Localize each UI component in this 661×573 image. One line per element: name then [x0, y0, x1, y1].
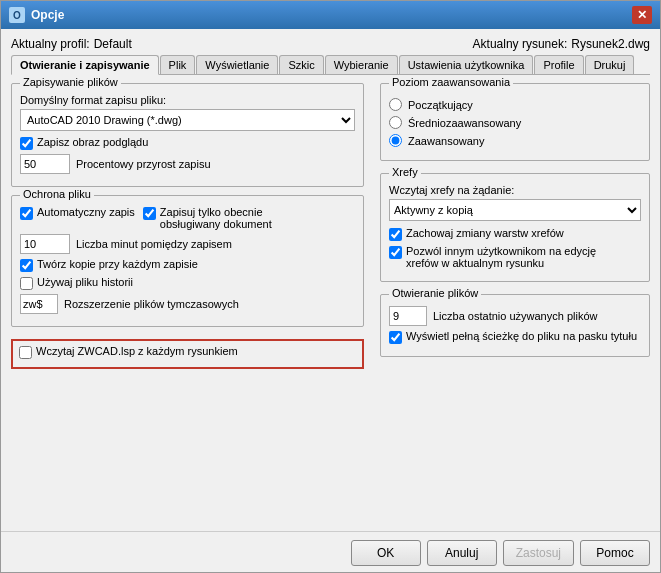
- checkbox-historia[interactable]: [20, 277, 33, 290]
- checkbox-podglad-row: Zapisz obraz podglądu: [20, 136, 355, 150]
- left-panel: Zapisywanie plików Domyślny format zapis…: [11, 83, 364, 523]
- zachowaj-label: Zachowaj zmiany warstw xrefów: [406, 227, 564, 239]
- srednio-label: Średniozaawansowany: [408, 117, 521, 129]
- checkbox-pozwol[interactable]: [389, 246, 402, 259]
- wczytaj-label: Wczytaj ZWCAD.lsp z każdym rysunkiem: [36, 345, 238, 357]
- aktualny-profil-value: Default: [94, 37, 132, 51]
- checkbox-auto-zapis[interactable]: [20, 207, 33, 220]
- profile-bar-right: Aktualny rysunek: Rysunek2.dwg: [473, 37, 650, 51]
- profile-bar: Aktualny profil: Default Aktualny rysune…: [11, 37, 650, 51]
- window-title: Opcje: [31, 8, 632, 22]
- anuluj-button[interactable]: Anuluj: [427, 540, 497, 566]
- zastosuj-button[interactable]: Zastosuj: [503, 540, 574, 566]
- minuty-input[interactable]: [20, 234, 70, 254]
- checkbox-podglad[interactable]: [20, 137, 33, 150]
- zapisywanie-title: Zapisywanie plików: [20, 76, 121, 88]
- close-button[interactable]: ✕: [632, 6, 652, 24]
- wyswietl-row: Wyświetl pełną ścieżkę do pliku na pasku…: [389, 330, 641, 344]
- tab-ustawienia[interactable]: Ustawienia użytkownika: [399, 55, 534, 74]
- titlebar: O Opcje ✕: [1, 1, 660, 29]
- zw-label: Rozszerzenie plików tymczasowych: [64, 298, 239, 310]
- ochrona-title: Ochrona pliku: [20, 188, 94, 200]
- kopie-row: Twórz kopie przy każdym zapisie: [20, 258, 355, 272]
- radio-zaawansowany-row: Zaawansowany: [389, 134, 641, 147]
- poziom-title: Poziom zaawansowania: [389, 76, 513, 88]
- zachowaj-row: Zachowaj zmiany warstw xrefów: [389, 227, 641, 241]
- auto-zapis-label: Automatyczny zapis: [37, 206, 135, 218]
- dialog-content: Aktualny profil: Default Aktualny rysune…: [1, 29, 660, 531]
- zaawansowany-label: Zaawansowany: [408, 135, 484, 147]
- window-icon: O: [9, 7, 25, 23]
- xref-dropdown-row: Aktywny z kopią: [389, 199, 641, 221]
- wyswietl-label: Wyświetl pełną ścieżkę do pliku na pasku…: [406, 330, 637, 342]
- wczytaj-xrefy-label: Wczytaj xrefy na żądanie:: [389, 184, 641, 196]
- pozwol-row: Pozwól innym użytkownikom na edycję xref…: [389, 245, 641, 269]
- radio-poczatkujacy[interactable]: [389, 98, 402, 111]
- format-label: Domyślny format zapisu pliku:: [20, 94, 355, 106]
- auto-zapis-row: Automatyczny zapis: [20, 206, 135, 230]
- profile-bar-left: Aktualny profil: Default: [11, 37, 132, 51]
- tab-wybieranie[interactable]: Wybieranie: [325, 55, 398, 74]
- checkbox-zachowaj[interactable]: [389, 228, 402, 241]
- tab-szkic[interactable]: Szkic: [279, 55, 323, 74]
- tab-bar: Otwieranie i zapisywanie Plik Wyświetlan…: [11, 55, 650, 75]
- tab-otwieranie[interactable]: Otwieranie i zapisywanie: [11, 55, 159, 75]
- procentowy-input[interactable]: [20, 154, 70, 174]
- tab-plik[interactable]: Plik: [160, 55, 196, 74]
- poziom-group: Poziom zaawansowania Początkujący Średni…: [380, 83, 650, 161]
- liczba-row: Liczba ostatnio używanych plików: [389, 306, 641, 326]
- checkbox-tylko[interactable]: [143, 207, 156, 220]
- minuty-label: Liczba minut pomiędzy zapisem: [76, 238, 232, 250]
- main-window: O Opcje ✕ Aktualny profil: Default Aktua…: [0, 0, 661, 573]
- tab-profile[interactable]: Profile: [534, 55, 583, 74]
- pomoc-button[interactable]: Pomoc: [580, 540, 650, 566]
- procentowy-row: Procentowy przyrost zapisu: [20, 154, 355, 174]
- radio-poczatkujacy-row: Początkujący: [389, 98, 641, 111]
- minuty-row: Liczba minut pomiędzy zapisem: [20, 234, 355, 254]
- ochrona-group: Ochrona pliku Automatyczny zapis Zapisuj…: [11, 195, 364, 327]
- wczytaj-box: Wczytaj ZWCAD.lsp z każdym rysunkiem: [11, 339, 364, 369]
- radio-zaawansowany[interactable]: [389, 134, 402, 147]
- format-dropdown[interactable]: AutoCAD 2010 Drawing (*.dwg): [20, 109, 355, 131]
- radio-srednio-row: Średniozaawansowany: [389, 116, 641, 129]
- kopie-label: Twórz kopie przy każdym zapisie: [37, 258, 198, 270]
- otwieranie-group: Otwieranie plików Liczba ostatnio używan…: [380, 294, 650, 357]
- dialog-footer: OK Anuluj Zastosuj Pomoc: [1, 531, 660, 572]
- checkbox-wyswietl[interactable]: [389, 331, 402, 344]
- historia-row: Używaj pliku historii: [20, 276, 355, 290]
- liczba-input[interactable]: [389, 306, 427, 326]
- tylko-row: Zapisuj tylko obecnie obsługiwany dokume…: [143, 206, 272, 230]
- aktualny-rysunek-label: Aktualny rysunek:: [473, 37, 568, 51]
- procentowy-label: Procentowy przyrost zapisu: [76, 158, 211, 170]
- xref-dropdown[interactable]: Aktywny z kopią: [389, 199, 641, 221]
- aktualny-rysunek-value: Rysunek2.dwg: [571, 37, 650, 51]
- xrefy-group: Xrefy Wczytaj xrefy na żądanie: Aktywny …: [380, 173, 650, 282]
- checkbox-kopie[interactable]: [20, 259, 33, 272]
- ok-button[interactable]: OK: [351, 540, 421, 566]
- zw-row: Rozszerzenie plików tymczasowych: [20, 294, 355, 314]
- tab-wyswietlanie[interactable]: Wyświetlanie: [196, 55, 278, 74]
- zapisywanie-group: Zapisywanie plików Domyślny format zapis…: [11, 83, 364, 187]
- xrefy-title: Xrefy: [389, 166, 421, 178]
- tylko-label: Zapisuj tylko obecnie obsługiwany dokume…: [160, 206, 272, 230]
- liczba-label: Liczba ostatnio używanych plików: [433, 310, 597, 322]
- radio-srednio[interactable]: [389, 116, 402, 129]
- zw-input[interactable]: [20, 294, 58, 314]
- tab-drukuj[interactable]: Drukuj: [585, 55, 635, 74]
- otwieranie-title: Otwieranie plików: [389, 287, 481, 299]
- wczytaj-row: Wczytaj ZWCAD.lsp z każdym rysunkiem: [19, 345, 356, 359]
- poczatkujacy-label: Początkujący: [408, 99, 473, 111]
- checkbox-wczytaj[interactable]: [19, 346, 32, 359]
- tab-content: Zapisywanie plików Domyślny format zapis…: [11, 83, 650, 523]
- historia-label: Używaj pliku historii: [37, 276, 133, 288]
- checkbox-podglad-label: Zapisz obraz podglądu: [37, 136, 148, 148]
- right-panel: Poziom zaawansowania Początkujący Średni…: [380, 83, 650, 523]
- aktualny-profil-label: Aktualny profil:: [11, 37, 90, 51]
- pozwol-label: Pozwól innym użytkownikom na edycję xref…: [406, 245, 596, 269]
